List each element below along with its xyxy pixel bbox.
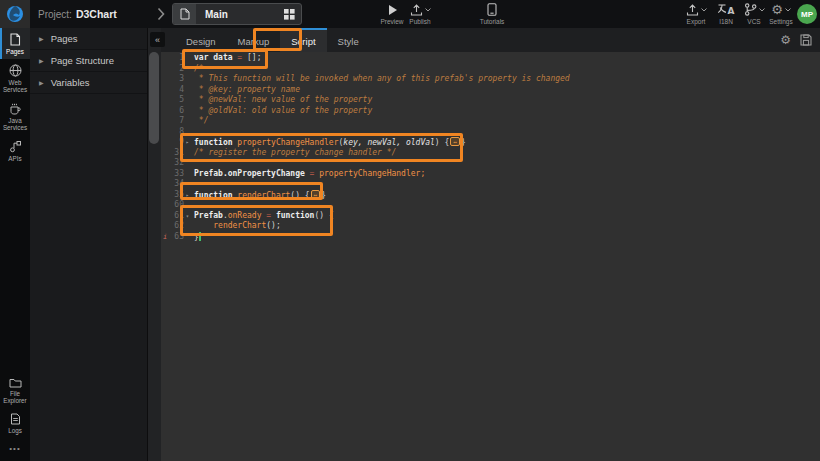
gutter-spacer: [161, 116, 169, 127]
panel-section-variables[interactable]: ▶ Variables: [30, 72, 147, 94]
tutorials-button[interactable]: Tutorials: [476, 3, 508, 25]
code-text: * This function will be invoked when any…: [191, 74, 570, 85]
settings-button[interactable]: ⚙ Settings: [766, 3, 796, 25]
code-text: /*: [191, 64, 204, 75]
more-options-icon[interactable]: •••: [0, 438, 30, 459]
fold-marker-icon[interactable]: ▸: [184, 137, 191, 148]
code-text: function renderChart() {↔}: [191, 190, 326, 201]
i18n-button[interactable]: A I18N: [712, 3, 740, 25]
save-icon[interactable]: [800, 34, 812, 46]
top-bar: Project: D3Chart Main: [0, 0, 820, 28]
expand-arrow-icon: ▶: [39, 79, 44, 86]
code-line[interactable]: i63}: [161, 232, 820, 243]
code-line[interactable]: 34: [161, 179, 820, 190]
expand-arrow-icon: ▶: [39, 35, 44, 42]
fold-marker-icon[interactable]: ▾: [184, 211, 191, 222]
line-number: 8: [169, 127, 184, 138]
wavemaker-ide: Project: D3Chart Main: [0, 0, 820, 461]
api-node-icon: [9, 140, 22, 153]
code-text: * @key: property name: [191, 85, 300, 96]
chevron-down-icon: [785, 8, 791, 12]
tab-script[interactable]: Script: [280, 28, 326, 52]
folded-code-badge[interactable]: ↔: [311, 190, 321, 199]
fold-gutter: [184, 158, 191, 169]
scrollbar-thumb[interactable]: [149, 52, 159, 144]
export-button[interactable]: Export: [680, 3, 712, 25]
code-text: }: [191, 232, 201, 243]
sidebar-item-java-services[interactable]: Java Services: [0, 97, 30, 135]
line-number: 4: [169, 85, 184, 96]
pages-grid-icon[interactable]: [284, 9, 295, 20]
active-page-name: Main: [196, 9, 284, 20]
code-line[interactable]: 3 * This function will be invoked when a…: [161, 74, 820, 85]
code-line[interactable]: 31/* register the property change handle…: [161, 148, 820, 159]
panel-section-page-structure[interactable]: ▶ Page Structure: [30, 50, 147, 72]
gutter-spacer: [161, 200, 169, 211]
code-line[interactable]: 5 * @newVal: new value of the property: [161, 95, 820, 106]
gutter-spacer: [161, 74, 169, 85]
gutter-spacer: [161, 95, 169, 106]
expand-arrow-icon: ▶: [39, 57, 44, 64]
active-page-selector[interactable]: Main: [172, 3, 302, 25]
code-text: [191, 179, 194, 190]
code-line[interactable]: 35▸function renderChart() {↔}: [161, 190, 820, 201]
line-number: 9: [169, 137, 184, 148]
page-file-icon: [173, 4, 196, 24]
code-text: function propertyChangeHandler(key, newV…: [191, 137, 466, 148]
tab-style[interactable]: Style: [327, 28, 370, 52]
folded-code-badge[interactable]: ↔: [450, 137, 460, 146]
sidebar-item-pages[interactable]: Pages: [0, 28, 30, 59]
app-logo[interactable]: [0, 0, 30, 28]
sidebar-item-web-services[interactable]: Web Services: [0, 59, 30, 97]
code-line[interactable]: 7 */: [161, 116, 820, 127]
editor-toolbar: ⚙: [780, 28, 812, 52]
code-editor[interactable]: 1var data = [];2/*3 * This function will…: [161, 53, 820, 461]
collapse-panel-button[interactable]: «: [150, 32, 165, 47]
panel-scrollbar[interactable]: [148, 28, 161, 461]
code-line[interactable]: 8: [161, 127, 820, 138]
gutter-spacer: [161, 169, 169, 180]
text-cursor: [199, 232, 201, 241]
user-avatar[interactable]: MP: [797, 4, 817, 24]
fold-gutter: [184, 64, 191, 75]
gutter-spacer: [161, 64, 169, 75]
line-number: 6: [169, 106, 184, 117]
line-number: 62: [169, 221, 184, 232]
line-number: 31: [169, 148, 184, 159]
log-file-icon: [10, 413, 21, 425]
coffee-cup-icon: [9, 102, 22, 115]
code-line[interactable]: 9▸function propertyChangeHandler(key, ne…: [161, 137, 820, 148]
chevron-down-icon: [425, 8, 431, 12]
code-line[interactable]: 61▾Prefab.onReady = function() {: [161, 211, 820, 222]
tab-design[interactable]: Design: [175, 28, 227, 52]
code-line[interactable]: 2/*: [161, 64, 820, 75]
preview-button[interactable]: Preview: [378, 3, 406, 25]
fold-gutter: [184, 179, 191, 190]
activity-bar: Pages Web Services Java Services: [0, 28, 30, 461]
sidebar-item-apis[interactable]: APIs: [0, 135, 30, 166]
project-breadcrumb: Project: D3Chart: [38, 0, 117, 28]
publish-button[interactable]: Publish: [404, 3, 436, 25]
code-line[interactable]: 33Prefab.onPropertyChange = propertyChan…: [161, 169, 820, 180]
page-explorer-panel: ▶ Pages ▶ Page Structure ▶ Variables: [30, 28, 148, 461]
code-line[interactable]: 6 * @oldVal: old value of the property: [161, 106, 820, 117]
fold-gutter: [184, 95, 191, 106]
fold-marker-icon[interactable]: ▸: [184, 190, 191, 201]
tab-markup[interactable]: Markup: [227, 28, 281, 52]
code-text: [191, 158, 194, 169]
gear-icon[interactable]: ⚙: [780, 34, 791, 46]
fold-gutter: [184, 221, 191, 232]
sidebar-item-logs[interactable]: Logs: [0, 408, 30, 438]
code-line[interactable]: 60: [161, 200, 820, 211]
code-line[interactable]: 4 * @key: property name: [161, 85, 820, 96]
vcs-button[interactable]: VCS: [740, 3, 768, 25]
sidebar-item-file-explorer[interactable]: File Explorer: [0, 372, 30, 408]
code-line[interactable]: 62 renderChart();: [161, 221, 820, 232]
line-number: 7: [169, 116, 184, 127]
line-number: 1: [169, 53, 184, 64]
panel-section-pages[interactable]: ▶ Pages: [30, 28, 147, 50]
gutter-spacer: [161, 137, 169, 148]
fold-gutter: [184, 74, 191, 85]
code-line[interactable]: 1var data = [];: [161, 53, 820, 64]
code-line[interactable]: 32: [161, 158, 820, 169]
